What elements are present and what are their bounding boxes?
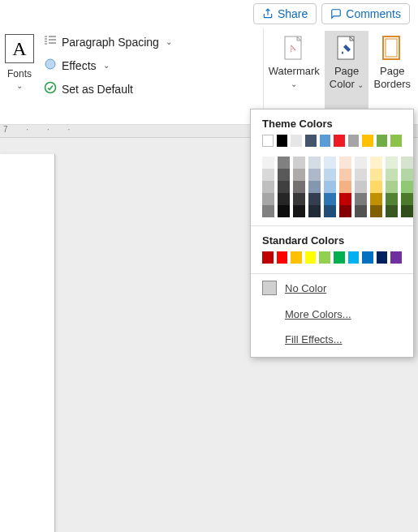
color-swatch[interactable]	[370, 193, 382, 205]
color-swatch[interactable]	[308, 157, 321, 169]
paragraph-spacing-button[interactable]: Paragraph Spacing ⌄	[44, 34, 172, 49]
share-button[interactable]: Share	[253, 3, 317, 24]
color-swatch[interactable]	[355, 169, 367, 181]
set-as-default-label: Set as Default	[62, 83, 133, 96]
color-swatch[interactable]	[278, 205, 290, 217]
comments-label: Comments	[346, 7, 401, 20]
color-swatch[interactable]	[291, 135, 302, 147]
svg-point-0	[45, 59, 55, 69]
effects-button[interactable]: Effects ⌄	[44, 58, 172, 73]
color-swatch[interactable]	[355, 181, 367, 193]
color-swatch[interactable]	[386, 205, 398, 217]
fonts-icon-char: A	[12, 38, 26, 60]
color-swatch[interactable]	[324, 157, 336, 169]
more-colors-item[interactable]: More Colors...	[251, 302, 413, 327]
color-swatch[interactable]	[319, 251, 330, 264]
color-swatch[interactable]	[278, 193, 290, 205]
color-swatch[interactable]	[324, 181, 336, 193]
color-swatch[interactable]	[355, 205, 367, 217]
page-color-dropdown: Theme Colors Standard Colors No Color Mo…	[250, 109, 414, 358]
color-swatch[interactable]	[320, 135, 331, 147]
color-swatch[interactable]	[278, 169, 290, 181]
fill-effects-label: Fill Effects...	[285, 333, 343, 345]
color-swatch[interactable]	[339, 169, 351, 181]
color-swatch[interactable]	[262, 181, 274, 193]
color-swatch[interactable]	[370, 181, 382, 193]
theme-colors-heading: Theme Colors	[251, 109, 413, 135]
no-color-item[interactable]: No Color	[251, 274, 413, 302]
document-formatting-group: Paragraph Spacing ⌄ Effects ⌄ Set as Def…	[39, 28, 172, 124]
color-swatch[interactable]	[401, 169, 413, 181]
color-swatch[interactable]	[305, 251, 317, 264]
more-colors-label: More Colors...	[285, 308, 351, 320]
color-swatch[interactable]	[348, 135, 360, 147]
color-swatch[interactable]	[324, 205, 336, 217]
color-swatch[interactable]	[377, 251, 388, 264]
paragraph-spacing-icon	[44, 34, 57, 49]
color-swatch[interactable]	[262, 169, 274, 181]
chevron-down-icon: ⌄	[103, 61, 110, 70]
color-swatch[interactable]	[401, 205, 413, 217]
color-swatch[interactable]	[401, 193, 413, 205]
color-swatch[interactable]	[262, 205, 274, 217]
color-swatch[interactable]	[291, 251, 302, 264]
color-swatch[interactable]	[355, 157, 367, 169]
color-swatch[interactable]	[262, 157, 274, 169]
color-swatch[interactable]	[324, 193, 336, 205]
page-borders-icon	[378, 34, 406, 63]
color-swatch[interactable]	[278, 181, 290, 193]
color-swatch[interactable]	[334, 135, 345, 147]
color-swatch[interactable]	[401, 181, 413, 193]
color-swatch[interactable]	[293, 193, 305, 205]
color-swatch[interactable]	[370, 205, 382, 217]
color-swatch[interactable]	[339, 157, 351, 169]
color-swatch[interactable]	[362, 251, 373, 264]
color-swatch[interactable]	[386, 157, 398, 169]
page-borders-label: Page Borders	[373, 65, 411, 92]
color-swatch[interactable]	[262, 193, 274, 205]
color-swatch[interactable]	[370, 169, 382, 181]
page-color-icon	[333, 34, 360, 63]
color-swatch[interactable]	[278, 157, 290, 169]
color-swatch[interactable]	[348, 251, 360, 264]
chevron-down-icon: ⌄	[291, 79, 297, 88]
color-swatch[interactable]	[386, 181, 398, 193]
color-swatch[interactable]	[370, 157, 382, 169]
share-label: Share	[278, 7, 308, 20]
comments-button[interactable]: Comments	[321, 3, 410, 24]
color-swatch[interactable]	[293, 169, 305, 181]
color-swatch[interactable]	[362, 135, 373, 147]
share-icon	[262, 8, 274, 19]
document-page	[0, 154, 55, 532]
fill-effects-item[interactable]: Fill Effects...	[251, 327, 413, 352]
color-swatch[interactable]	[262, 135, 274, 147]
color-swatch[interactable]	[293, 157, 305, 169]
color-swatch[interactable]	[355, 193, 367, 205]
color-swatch[interactable]	[339, 181, 351, 193]
color-swatch[interactable]	[386, 169, 398, 181]
theme-colors-row	[251, 135, 413, 147]
theme-shades-grid	[262, 157, 402, 217]
color-swatch[interactable]	[293, 181, 305, 193]
color-swatch[interactable]	[277, 251, 288, 264]
color-swatch[interactable]	[293, 205, 305, 217]
color-swatch[interactable]	[377, 135, 388, 147]
color-swatch[interactable]	[390, 251, 402, 264]
color-swatch[interactable]	[334, 251, 345, 264]
set-as-default-button[interactable]: Set as Default	[44, 81, 172, 97]
color-swatch[interactable]	[386, 193, 398, 205]
paragraph-spacing-label: Paragraph Spacing	[62, 36, 159, 49]
color-swatch[interactable]	[308, 193, 321, 205]
color-swatch[interactable]	[339, 205, 351, 217]
color-swatch[interactable]	[277, 135, 288, 147]
color-swatch[interactable]	[305, 135, 317, 147]
color-swatch[interactable]	[390, 135, 402, 147]
color-swatch[interactable]	[308, 181, 321, 193]
color-swatch[interactable]	[262, 251, 274, 264]
color-swatch[interactable]	[308, 169, 321, 181]
color-swatch[interactable]	[324, 169, 336, 181]
color-swatch[interactable]	[401, 157, 413, 169]
color-swatch[interactable]	[339, 193, 351, 205]
fonts-group[interactable]: A Fonts ⌄	[0, 28, 39, 124]
color-swatch[interactable]	[308, 205, 321, 217]
